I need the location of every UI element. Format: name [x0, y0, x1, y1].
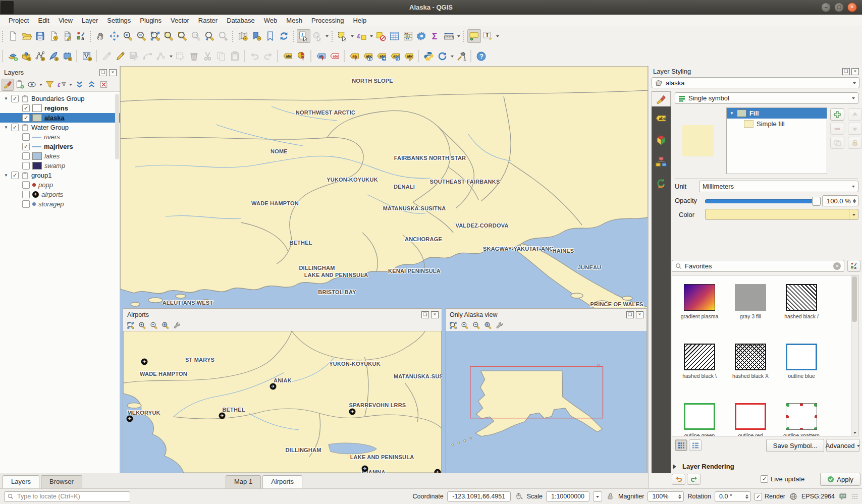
add-group-icon[interactable]	[14, 79, 26, 91]
symbol-search[interactable]: Favorites ×	[672, 260, 844, 272]
layer-item-boundaries-group[interactable]: ▼✓Boundaries Group	[0, 94, 120, 103]
processing-toolbox-icon[interactable]	[415, 29, 428, 43]
tab-history-tab[interactable]	[655, 178, 667, 191]
visibility-checkbox[interactable]: ✓	[11, 95, 19, 102]
vertex-tool-icon[interactable]	[154, 49, 168, 63]
title-bar[interactable]: Alaska - QGIS – ▢ ×	[0, 0, 862, 15]
redo-style-button[interactable]	[687, 474, 701, 485]
vertex-tool-dropdown-icon[interactable]	[168, 49, 174, 63]
extents-toggle-icon[interactable]	[514, 492, 523, 501]
zoom-in-icon[interactable]	[137, 321, 147, 330]
scale-field[interactable]: 1:10000000	[546, 491, 589, 501]
zoom-last-icon[interactable]	[203, 29, 217, 43]
visibility-checkbox[interactable]	[22, 200, 30, 208]
modify-attributes-icon[interactable]	[174, 49, 187, 63]
zoom-in-icon[interactable]	[460, 321, 469, 330]
view-settings-icon[interactable]	[172, 321, 182, 330]
layers-scrollbar[interactable]	[115, 94, 119, 159]
visibility-checkbox[interactable]	[22, 181, 30, 189]
data-source-manager-icon[interactable]	[6, 49, 20, 63]
coordinate-field[interactable]: -123.1091,66.4951	[447, 491, 511, 501]
manage-map-themes-dropdown-icon[interactable]	[38, 78, 43, 91]
airports-map[interactable]: ST MARYSWADE HAMPTONANIAKYUKON-KOYUKUKMA…	[123, 331, 442, 473]
statistical-summary-icon[interactable]: Σ	[428, 29, 442, 43]
save-project-icon[interactable]	[33, 29, 47, 43]
toggle-editing-icon[interactable]	[114, 49, 127, 63]
remove-symbol-layer-button[interactable]	[830, 123, 844, 135]
zoom-native-icon[interactable]: 1:1	[189, 29, 203, 43]
processing-history-icon[interactable]	[436, 49, 449, 63]
paste-features-icon[interactable]	[228, 49, 242, 63]
symbol-outline-blue[interactable]	[786, 344, 817, 370]
hammer-nail-icon[interactable]	[455, 49, 468, 63]
field-calculator-icon[interactable]	[401, 29, 415, 43]
save-symbol-button[interactable]: Save Symbol...	[766, 439, 824, 452]
symbol-gray-3-fill[interactable]	[735, 284, 766, 311]
icon-view-button[interactable]	[675, 439, 687, 451]
processing-history-dropdown-icon[interactable]	[449, 49, 455, 63]
close-panel-icon[interactable]: ×	[109, 69, 117, 76]
layer-item-majrivers[interactable]: ✓majrivers	[0, 142, 120, 151]
list-view-button[interactable]	[689, 439, 702, 451]
opacity-slider-handle[interactable]	[812, 197, 821, 206]
gallery-scrollbar[interactable]	[851, 275, 858, 436]
select-features-icon[interactable]	[336, 29, 349, 43]
zoom-out-icon[interactable]	[471, 321, 481, 330]
new-spatialite-layer-icon[interactable]	[47, 49, 61, 63]
identify-features-icon[interactable]: i	[297, 29, 310, 43]
layer-item-rivers[interactable]: rivers	[0, 132, 120, 142]
new-geopackage-layer-icon[interactable]	[20, 49, 33, 63]
new-temporary-scratch-layer-icon[interactable]	[80, 49, 94, 63]
tab-labels-tab[interactable]: abc	[655, 113, 667, 126]
symbol-hashed-black-[interactable]	[786, 284, 817, 311]
symbol-node-fill[interactable]: ▼ Fill	[727, 108, 827, 119]
open-layer-styling-icon[interactable]	[2, 79, 14, 91]
refresh-map-icon[interactable]	[277, 29, 291, 43]
renderer-selector[interactable]: Single symbol	[675, 92, 858, 104]
undo-style-button[interactable]	[672, 474, 685, 485]
highlight-pinned-labels-icon[interactable]: ab	[314, 49, 328, 63]
layer-item-airports[interactable]: ✈airports	[0, 190, 120, 199]
delete-selected-icon[interactable]	[187, 49, 201, 63]
layer-item-popp[interactable]: popp	[0, 180, 120, 190]
symbol-outline-green[interactable]	[684, 403, 715, 430]
move-symbol-up-button[interactable]	[848, 108, 862, 121]
visibility-checkbox[interactable]: ✓	[11, 124, 19, 131]
menu-processing[interactable]: Processing	[307, 15, 348, 26]
pin-unpin-labels-icon[interactable]: ab	[348, 49, 361, 63]
menu-edit[interactable]: Edit	[33, 15, 53, 26]
map-canvas[interactable]: NORTH SLOPENORTHWEST ARCTICNOMEYUKON-KOY…	[120, 66, 648, 473]
show-layout-manager-icon[interactable]	[61, 29, 74, 43]
visibility-checkbox[interactable]: ✓	[22, 143, 30, 150]
show-hide-labels-icon[interactable]: abc	[361, 49, 375, 63]
menu-raster[interactable]: Raster	[194, 15, 222, 26]
layer-item-storagep[interactable]: storagep	[0, 199, 120, 209]
change-label-icon[interactable]: abc	[402, 49, 416, 63]
zoom-full-icon[interactable]	[448, 321, 458, 330]
visibility-checkbox[interactable]	[22, 133, 30, 141]
maximize-button[interactable]: ▢	[834, 3, 844, 12]
zoom-out-icon[interactable]	[149, 321, 158, 330]
undo-icon[interactable]	[248, 49, 261, 63]
zoom-to-layer-icon[interactable]	[176, 29, 189, 43]
clear-search-icon[interactable]: ×	[833, 262, 841, 270]
manage-map-themes-icon[interactable]	[26, 79, 38, 91]
crs-globe-icon[interactable]	[789, 492, 798, 501]
new-project-icon[interactable]	[6, 29, 20, 43]
filter-legend-icon[interactable]	[43, 79, 56, 91]
close-button[interactable]: ×	[847, 3, 857, 12]
visibility-checkbox[interactable]: ✓	[22, 104, 30, 112]
move-symbol-down-button[interactable]	[848, 123, 862, 135]
zoom-to-selection-icon[interactable]	[162, 29, 176, 43]
tab-symbology[interactable]	[652, 91, 671, 106]
close-panel-icon[interactable]: ×	[431, 311, 439, 318]
measure-line-dropdown-icon[interactable]	[456, 29, 461, 43]
style-manager-button[interactable]: a	[847, 260, 860, 272]
menu-vector[interactable]: Vector	[166, 15, 194, 26]
zoom-in-icon[interactable]	[121, 29, 135, 43]
visibility-checkbox[interactable]: ✓	[22, 114, 30, 122]
zoom-out-icon[interactable]	[135, 29, 148, 43]
collapse-all-icon[interactable]	[85, 79, 97, 91]
locator-box[interactable]	[4, 491, 130, 502]
text-annotation-dropdown-icon[interactable]	[495, 29, 500, 43]
